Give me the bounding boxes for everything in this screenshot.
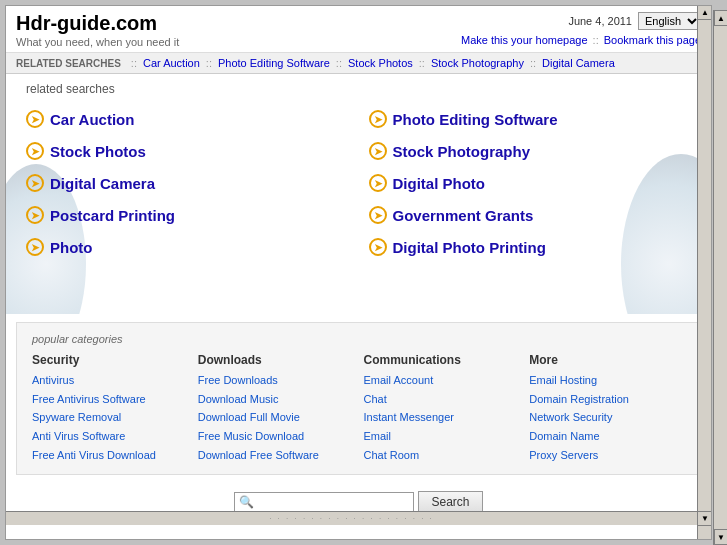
search-link-item: ➤ Car Auction [26,106,359,132]
outer-scroll-up[interactable]: ▲ [714,10,727,26]
related-searches-title: related searches [26,82,701,96]
related-searches-nav: RELATED SEARCHES :: Car Auction :: Photo… [6,53,711,74]
search-link-item: ➤ Stock Photography [369,138,702,164]
link-free-music-download[interactable]: Free Music Download [198,427,354,446]
arrow-icon-2: ➤ [26,142,44,160]
arrow-icon-9: ➤ [369,238,387,256]
search-link-item: ➤ Digital Photo [369,170,702,196]
nav-item-stock-photography[interactable]: Stock Photography [431,57,524,69]
scroll-up-arrow[interactable]: ▲ [698,6,712,20]
arrow-icon-6: ➤ [26,206,44,224]
search-link-item: ➤ Government Grants [369,202,702,228]
link-download-music[interactable]: Download Music [198,390,354,409]
link-chat-room[interactable]: Chat Room [364,446,520,465]
homepage-link[interactable]: Make this your homepage [461,34,588,46]
search-link-item: ➤ Digital Camera [26,170,359,196]
category-heading-communications: Communications [364,353,520,367]
link-digital-camera[interactable]: Digital Camera [50,175,155,192]
popular-title: popular categories [32,333,685,345]
link-separator: :: [593,34,602,46]
arrow-icon-0: ➤ [26,110,44,128]
category-downloads: Downloads Free Downloads Download Music … [198,353,354,464]
link-stock-photography[interactable]: Stock Photography [393,143,531,160]
outer-scrollbar-right[interactable]: ▲ ▼ [713,10,727,545]
link-chat[interactable]: Chat [364,390,520,409]
link-digital-photo[interactable]: Digital Photo [393,175,486,192]
date-text: June 4, 2011 [568,15,632,27]
search-link-item: ➤ Stock Photos [26,138,359,164]
arrow-icon-8: ➤ [26,238,44,256]
search-links-grid: ➤ Car Auction ➤ Photo Editing Software ➤… [26,106,701,260]
link-domain-name[interactable]: Domain Name [529,427,685,446]
bookmark-link[interactable]: Bookmark this page [604,34,701,46]
link-download-software[interactable]: Download Free Software [198,446,354,465]
arrow-icon-7: ➤ [369,206,387,224]
scrollbar-bottom[interactable]: · · · · · · · · · · · · · · · · · · · · [6,511,697,525]
scroll-dots: · · · · · · · · · · · · · · · · · · · · [269,514,434,523]
link-photo[interactable]: Photo [50,239,93,256]
category-heading-more: More [529,353,685,367]
scroll-down-arrow[interactable]: ▼ [698,511,712,525]
link-free-antivirus-download[interactable]: Free Anti Virus Download [32,446,188,465]
link-network-security[interactable]: Network Security [529,408,685,427]
category-heading-security: Security [32,353,188,367]
search-input[interactable] [257,495,407,509]
search-input-wrapper: 🔍 [234,492,414,512]
nav-sep-0: :: [131,57,137,69]
arrow-icon-4: ➤ [26,174,44,192]
arrow-icon-3: ➤ [369,142,387,160]
link-domain-registration[interactable]: Domain Registration [529,390,685,409]
link-government-grants[interactable]: Government Grants [393,207,534,224]
link-car-auction[interactable]: Car Auction [50,111,134,128]
search-magnifier-icon: 🔍 [239,495,254,509]
nav-item-digital-camera[interactable]: Digital Camera [542,57,615,69]
nav-item-stock-photos[interactable]: Stock Photos [348,57,413,69]
arrow-icon-5: ➤ [369,174,387,192]
link-digital-photo-printing[interactable]: Digital Photo Printing [393,239,546,256]
link-postcard-printing[interactable]: Postcard Printing [50,207,175,224]
outer-scroll-down[interactable]: ▼ [714,529,727,545]
link-antivirus[interactable]: Antivirus [32,371,188,390]
popular-section: popular categories Security Antivirus Fr… [16,322,701,475]
scrollbar-corner [697,525,711,539]
nav-item-car-auction[interactable]: Car Auction [143,57,200,69]
categories-grid: Security Antivirus Free Antivirus Softwa… [32,353,685,464]
arrow-icon-1: ➤ [369,110,387,128]
category-security: Security Antivirus Free Antivirus Softwa… [32,353,188,464]
search-link-item: ➤ Photo [26,234,359,260]
nav-sep-2: :: [336,57,342,69]
link-photo-editing[interactable]: Photo Editing Software [393,111,558,128]
nav-label: RELATED SEARCHES [16,58,121,69]
search-link-item: ➤ Digital Photo Printing [369,234,702,260]
link-antivirus-software[interactable]: Anti Virus Software [32,427,188,446]
link-proxy-servers[interactable]: Proxy Servers [529,446,685,465]
link-free-downloads[interactable]: Free Downloads [198,371,354,390]
link-free-antivirus[interactable]: Free Antivirus Software [32,390,188,409]
search-link-item: ➤ Photo Editing Software [369,106,702,132]
language-select[interactable]: English [638,12,701,30]
link-download-movie[interactable]: Download Full Movie [198,408,354,427]
category-more: More Email Hosting Domain Registration N… [529,353,685,464]
search-link-item: ➤ Postcard Printing [26,202,359,228]
nav-sep-1: :: [206,57,212,69]
link-email[interactable]: Email [364,427,520,446]
category-heading-downloads: Downloads [198,353,354,367]
link-instant-messenger[interactable]: Instant Messenger [364,408,520,427]
category-communications: Communications Email Account Chat Instan… [364,353,520,464]
link-stock-photos[interactable]: Stock Photos [50,143,146,160]
nav-sep-3: :: [419,57,425,69]
link-email-hosting[interactable]: Email Hosting [529,371,685,390]
link-email-account[interactable]: Email Account [364,371,520,390]
link-spyware[interactable]: Spyware Removal [32,408,188,427]
nav-item-photo-editing[interactable]: Photo Editing Software [218,57,330,69]
nav-sep-4: :: [530,57,536,69]
